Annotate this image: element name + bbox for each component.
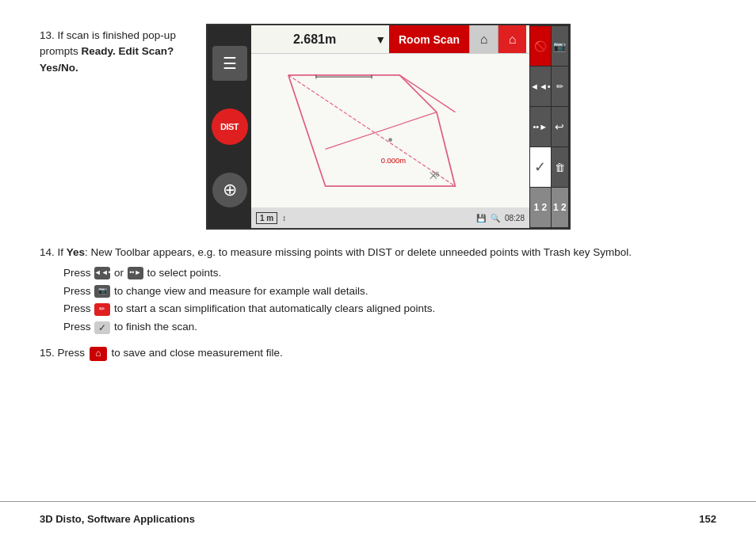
press-line-1: Press ◄◄• or ••► to select points. [63, 264, 716, 283]
room-scan-label: Room Scan [399, 33, 460, 46]
footer-bar: 3D Disto, Software Applications 152 [0, 501, 756, 536]
footer-title: 3D Disto, Software Applications [40, 513, 195, 525]
svg-point-7 [388, 138, 392, 142]
dist-icon: DIST [220, 122, 239, 131]
section-15: 15. Press ⌂ to save and close measuremen… [40, 344, 716, 365]
step-14-intro: 14. If Yes: New Toolbar appears, e.g. to… [40, 244, 716, 261]
step-13-number: 13. [40, 29, 55, 41]
step-15-rest: to save and close measurement file. [112, 347, 283, 359]
save-icon: 💾 [476, 214, 486, 222]
rt-btn-rewind[interactable]: ◄◄• [530, 67, 551, 106]
home-button-2[interactable]: ⌂ [498, 25, 526, 53]
scan-canvas: 0.000m 26 [251, 54, 529, 207]
target-icon: ⊕ [223, 180, 237, 200]
step-14-number: 14. [40, 246, 58, 258]
svg-rect-0 [251, 56, 529, 204]
scan-icon: 🚫 [534, 40, 547, 52]
simplify-btn-icon: ✏ [94, 303, 110, 316]
camera-icon: 📷 [553, 40, 566, 52]
section-13: 13. If scan is finished pop-up prompts R… [40, 24, 716, 230]
svg-text:0.000m: 0.000m [381, 157, 406, 165]
rt-btn-num1[interactable]: 1 2 [530, 188, 551, 227]
step-15-press: Press [58, 347, 86, 359]
rt-btn-ff[interactable]: ••► [530, 107, 551, 146]
press-line-3: Press ✏ to start a scan simplification t… [63, 300, 716, 318]
check-icon: ✓ [534, 158, 546, 176]
rt-btn-trash[interactable]: 🗑 [552, 147, 568, 187]
top-bar: 2.681m ▼ Room Scan ⌂ ⌂ [251, 25, 529, 54]
rt-btn-num2[interactable]: 1 2 [552, 188, 568, 227]
ff-btn-icon: ••► [128, 267, 143, 279]
trash-icon: 🗑 [555, 162, 565, 173]
rewind-icon: ◄◄• [530, 82, 551, 91]
measurement-value: 2.681m [254, 32, 375, 47]
rt-btn-camera[interactable]: 📷 [552, 26, 568, 66]
num1-label: 1 2 [533, 202, 547, 213]
fastforward-icon: ••► [533, 122, 548, 131]
device-screen: DIST ⊕ 2.681m ▼ Room Scan ⌂ ⌂ [206, 24, 571, 230]
left-toolbar: DIST ⊕ [208, 25, 251, 228]
room-scan-button[interactable]: Room Scan [389, 25, 469, 53]
menu-button[interactable] [212, 46, 247, 81]
press-line-2: Press 📷 to change view and measure for e… [63, 283, 716, 301]
scan-drawing: 0.000m 26 [251, 54, 529, 207]
home-button-1[interactable]: ⌂ [469, 25, 498, 53]
section-14: 14. If Yes: New Toolbar appears, e.g. to… [40, 244, 716, 336]
hamburger-icon [223, 54, 237, 73]
step-13-text: 13. If scan is finished pop-up prompts R… [40, 24, 182, 230]
rt-btn-edit[interactable]: ✏ [552, 67, 568, 106]
target-button[interactable]: ⊕ [212, 173, 247, 207]
rewind-btn-icon: ◄◄• [94, 267, 110, 279]
press-line-4: Press ✓ to finish the scan. [63, 318, 716, 336]
camera-btn-icon: 📷 [94, 285, 110, 298]
rt-btn-scan[interactable]: 🚫 [530, 26, 551, 66]
step-15-number: 15. [40, 347, 58, 359]
home-buttons: ⌂ ⌂ [469, 25, 526, 53]
footer-page-number: 152 [699, 513, 716, 525]
bottom-bar: 1 m ↕ 💾 🔍 08:28 [251, 207, 529, 228]
right-toolbar: 🚫 📷 ◄◄• ✏ ••► ↩ ✓ [529, 25, 569, 228]
scale-label: 1 m [256, 212, 277, 224]
undo-icon: ↩ [555, 120, 564, 133]
dist-button[interactable]: DIST [212, 108, 248, 145]
rt-btn-undo[interactable]: ↩ [552, 107, 568, 146]
time-display: 08:28 [505, 214, 525, 222]
home-save-icon: ⌂ [90, 347, 107, 361]
step-15-text: 15. Press ⌂ to save and close measuremen… [40, 344, 716, 362]
finish-btn-icon: ✓ [94, 321, 110, 334]
main-screen: 2.681m ▼ Room Scan ⌂ ⌂ [251, 25, 529, 228]
pencil-icon: ✏ [556, 82, 563, 92]
ruler-icon: ↕ [282, 214, 286, 222]
rt-btn-check[interactable]: ✓ [530, 147, 551, 187]
num2-label: 1 2 [553, 202, 567, 213]
page-content: 13. If scan is finished pop-up prompts R… [0, 0, 756, 389]
step-13-body: If scan is finished pop-up prompts Ready… [40, 29, 176, 74]
down-arrow-icon: ▼ [375, 33, 386, 46]
search-icon: 🔍 [491, 214, 500, 222]
